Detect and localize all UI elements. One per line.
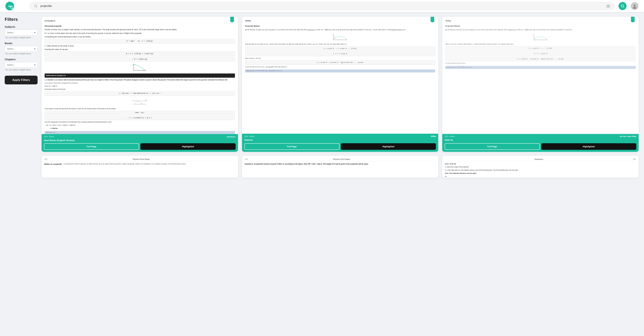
- search-input[interactable]: projectile: [40, 4, 604, 8]
- result-card-4: 220 Physics First Paper Motion of a proj…: [42, 156, 238, 178]
- bn-chart-2: Y X O R v₀: [245, 32, 435, 42]
- books-select[interactable]: Select... ▾: [5, 46, 38, 52]
- highlighted-button-3[interactable]: Highlighted: [541, 143, 636, 150]
- chapters-label: Chapters: [5, 58, 38, 61]
- card-page-title-5: Physics First Paper: [333, 158, 350, 160]
- card-page-title-6: Dynamics: [534, 158, 543, 160]
- card-content-2: গতিবিদ্যা ১১৯ Projectile Motion তুমি যদি…: [242, 17, 438, 134]
- bookmark-icon-3: [631, 17, 634, 22]
- svg-text:→ 800 kmhr⁻¹: → 800 kmhr⁻¹: [145, 100, 147, 101]
- svg-text:X: X: [346, 40, 347, 41]
- svg-text:A: A: [133, 64, 134, 65]
- card-edition-1: 2024 · Edition: [44, 136, 54, 138]
- card-page-title-2: গতিবিদ্যা: [245, 20, 251, 22]
- card-content-4: 220 Physics First Paper Motion of a proj…: [42, 156, 238, 178]
- highlighted-button-1[interactable]: Highlighted: [140, 143, 236, 150]
- main-layout: Filters Subjects Select... ··· ▾ You can…: [0, 12, 644, 182]
- card-text-4: Motion of a projectile Considering the e…: [44, 163, 235, 166]
- chevron-down-icon-chapters: ▾: [34, 64, 36, 66]
- card-page-num-4-left: 220: [44, 158, 47, 160]
- svg-text:R: R: [546, 39, 547, 40]
- svg-text:O: O: [333, 40, 334, 41]
- result-card-6: Dynamics 255 (Ans: 79.53 m) a. Determine…: [442, 156, 639, 178]
- apply-filters-button[interactable]: Apply Filters: [5, 76, 38, 84]
- chevron-down-icon-books: ▾: [34, 48, 36, 50]
- logo-icon: তানা: [5, 2, 14, 10]
- subjects-placeholder: Select...: [7, 31, 30, 34]
- dots-icon: ···: [31, 31, 34, 34]
- result-card-5: 228 Physics First Paper Example-2. A pro…: [242, 156, 438, 178]
- svg-point-6: [608, 6, 609, 7]
- svg-point-10: [633, 7, 636, 9]
- card-page-header-3: গতিবিদ্যা ১১৯: [445, 20, 636, 23]
- books-placeholder: Select...: [7, 48, 33, 50]
- card-content-6: Dynamics 255 (Ans: 79.53 m) a. Determine…: [442, 156, 639, 178]
- search-submit-button[interactable]: [618, 2, 626, 10]
- books-label: Books: [5, 42, 38, 44]
- bomb-chart-1: P → 800 kmhr⁻¹ A B: [44, 97, 235, 106]
- svg-line-8: [623, 7, 624, 8]
- result-card-3: গতিবিদ্যা ১১৯ Projectile Motion তুমি যদি…: [442, 17, 639, 152]
- svg-text:X: X: [546, 40, 547, 41]
- card-page-header-6: Dynamics 255: [445, 158, 636, 161]
- subjects-select[interactable]: Select... ··· ▾: [5, 30, 38, 36]
- card-footer-meta-1: 2024 · Edition Dynamics: [44, 136, 236, 138]
- filters-panel: Filters Subjects Select... ··· ▾ You can…: [5, 17, 42, 178]
- subjects-label: Subjects: [5, 25, 38, 28]
- svg-text:P: P: [133, 100, 133, 101]
- card-content-5: 228 Physics First Paper Example-2. A pro…: [242, 156, 438, 178]
- camera-button[interactable]: [605, 3, 612, 10]
- svg-text:Y: Y: [333, 33, 334, 34]
- card-edition-2: 2024 · Edition: [244, 136, 254, 138]
- svg-text:R: R: [143, 70, 144, 72]
- card-buttons-2: Full Page Highlighted: [244, 143, 436, 152]
- svg-text:Y: Y: [533, 33, 534, 34]
- card-content-1: DYNAMICS 24: Horizontal projectile A bod…: [42, 17, 238, 134]
- logo-area: তানা: [5, 2, 26, 10]
- card-text-2: Projectile Motion তুমি যদি সিলিংফ্যান কো…: [245, 25, 435, 72]
- full-page-button-3[interactable]: Full Page: [444, 143, 540, 150]
- books-select-icons: ▾: [34, 48, 36, 50]
- card-book-3: ইসহাক সার: [444, 139, 636, 142]
- card-subject-1: Dynamics: [227, 136, 236, 138]
- card-footer-meta-3: 2024 · Edition আদর্শ গ্যাস ও গ্যাসের গতি…: [444, 136, 636, 138]
- chapters-section: Chapters Select... ▾ You can select mult…: [5, 58, 38, 71]
- bn-chart-3: Y X O R: [445, 32, 636, 42]
- highlighted-button-2[interactable]: Highlighted: [341, 143, 436, 150]
- chapters-placeholder: Select...: [7, 64, 33, 66]
- svg-line-3: [12, 8, 13, 9]
- results-grid: DYNAMICS 24: Horizontal projectile A bod…: [42, 17, 639, 178]
- card-page-header-4: 220 Physics First Paper: [44, 158, 235, 161]
- card-footer-1: 2024 · Edition Dynamics Ideal Books (Eng…: [42, 134, 238, 152]
- subjects-hint: You can select multiple items: [5, 36, 38, 39]
- card-text-3: Projectile Motion তুমি যদি সিলিংফ্যান কো…: [445, 25, 636, 69]
- avatar[interactable]: [630, 2, 639, 10]
- card-buttons-3: Full Page Highlighted: [444, 143, 636, 152]
- card-text-6: (Ans: 79.53 m) a. Determine range of the…: [445, 163, 636, 178]
- search-bar: projectile: [30, 2, 614, 10]
- full-page-button-1[interactable]: Full Page: [44, 143, 139, 150]
- card-text-5: Example-2. A projectile reaches at point…: [245, 163, 436, 166]
- filters-title: Filters: [5, 17, 38, 22]
- full-page-button-2[interactable]: Full Page: [244, 143, 340, 150]
- card-footer-3: 2024 · Edition আদর্শ গ্যাস ও গ্যাসের গতি…: [442, 134, 639, 152]
- chapters-hint: You can select multiple items: [5, 68, 38, 71]
- card-content-3: গতিবিদ্যা ১১৯ Projectile Motion তুমি যদি…: [442, 17, 639, 134]
- card-buttons-1: Full Page Highlighted: [44, 143, 236, 152]
- chapters-select[interactable]: Select... ▾: [5, 62, 38, 68]
- card-page-num-5-left: 228: [245, 158, 248, 160]
- subjects-section: Subjects Select... ··· ▾ You can select …: [5, 25, 38, 39]
- card-page-title-4: Physics First Paper: [133, 158, 150, 160]
- svg-text:O: O: [534, 40, 534, 41]
- svg-text:v₀: v₀: [334, 36, 335, 37]
- card-subject-3: আদর্শ গ্যাস ও গ্যাসের গতিতত্ত: [620, 136, 636, 138]
- header: তানা projectile: [0, 0, 644, 12]
- chapters-select-icons: ▾: [34, 64, 36, 66]
- result-card-2: গতিবিদ্যা ১১৯ Projectile Motion তুমি যদি…: [242, 17, 438, 152]
- books-section: Books Select... ▾ You can select multipl…: [5, 42, 38, 55]
- card-page-header-1: DYNAMICS 24:: [44, 20, 235, 23]
- card-book-1: Ideal Books (English Version): [44, 139, 236, 142]
- bookmark-icon-2: [430, 17, 434, 22]
- card-page-title-3: গতিবিদ্যা: [445, 20, 451, 22]
- search-input-icon: [32, 3, 39, 10]
